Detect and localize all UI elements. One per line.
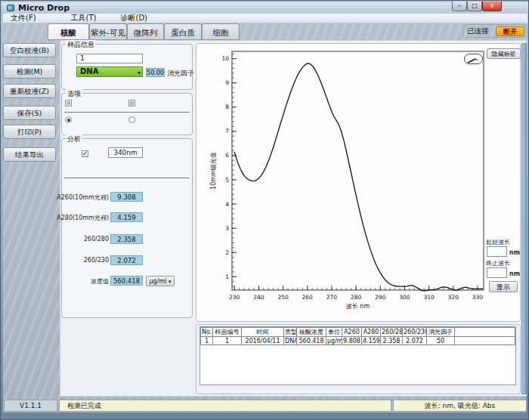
close-button[interactable]: × — [482, 2, 502, 11]
menu-diagnostics[interactable]: 诊断(D) — [113, 13, 155, 23]
annotation-pen-button[interactable] — [464, 54, 483, 64]
concentration-label: 浓度值 — [91, 277, 109, 286]
sample-id-input[interactable]: 1 — [76, 54, 143, 63]
recalibrate-button[interactable]: 重新校准(Z) — [3, 84, 56, 98]
end-wavelength-label: 终止波长 — [486, 259, 510, 267]
tab-protein[interactable]: 蛋白质 — [164, 23, 202, 40]
wavelength-340-input[interactable]: 340nm — [108, 147, 143, 158]
column-header: 类型 — [284, 328, 297, 337]
disconnect-button[interactable]: 断开 — [496, 26, 524, 36]
table-cell: 1 — [201, 337, 213, 345]
ratio-260-230-value: 2.072 — [110, 255, 143, 265]
status-message: 检测已完成 — [59, 400, 391, 412]
vertical-scrollbar[interactable] — [521, 43, 527, 394]
start-wavelength-input[interactable] — [487, 246, 507, 257]
table-cell: 4.159 — [362, 337, 381, 345]
show-range-button[interactable]: 显示 — [489, 281, 518, 292]
column-header: 单位 — [326, 328, 342, 337]
analysis-group-label: 分析 — [66, 134, 82, 144]
svg-text:230: 230 — [229, 294, 240, 301]
svg-text:3: 3 — [225, 225, 229, 232]
wavelength-340-checkbox[interactable] — [82, 150, 88, 157]
svg-text:7: 7 — [225, 128, 229, 134]
svg-text:280: 280 — [351, 294, 362, 301]
svg-text:330: 330 — [472, 294, 484, 301]
sample-type-value: DNA — [80, 67, 98, 76]
minimize-button[interactable]: – — [452, 2, 467, 11]
app-icon — [7, 5, 14, 11]
svg-text:6: 6 — [225, 152, 229, 159]
end-wavelength-unit: nm — [509, 270, 520, 277]
save-button[interactable]: 保存(S) — [3, 106, 56, 120]
svg-text:240: 240 — [253, 294, 264, 301]
ratio-260-280-label: 260/280 — [84, 236, 109, 242]
dropdown-arrow-icon: ▾ — [138, 69, 141, 78]
option-radio-2[interactable] — [128, 116, 135, 123]
tab-microarray[interactable]: 微阵列 — [127, 23, 164, 40]
extinction-factor-value[interactable]: 50.00 — [146, 68, 165, 77]
tab-cell[interactable]: 细胞 — [202, 23, 240, 40]
table-cell: DNA — [284, 337, 297, 345]
menu-tools[interactable]: 工具(T) — [63, 13, 104, 23]
column-header: 260/230 — [403, 328, 427, 337]
concentration-unit-value: μg/ml — [150, 278, 167, 285]
svg-text:1: 1 — [225, 273, 229, 280]
ratio-260-280-value: 2.358 — [110, 234, 143, 244]
svg-text:波长 nm: 波长 nm — [346, 303, 370, 310]
results-panel: No.样品编号时间类型核酸浓度单位A260A280260/280260/230消… — [196, 324, 521, 394]
a260-value: 9.308 — [110, 192, 143, 202]
tab-uv-vis[interactable]: 紫外-可见 — [89, 23, 127, 40]
table-cell: 2.072 — [403, 337, 427, 345]
svg-text:2: 2 — [225, 249, 229, 256]
option-radio-1[interactable] — [65, 116, 72, 123]
a260-label: A260(10mm光程) — [57, 193, 109, 202]
concentration-value: 560.418 — [110, 276, 143, 286]
svg-text:9: 9 — [225, 79, 229, 86]
menubar: 文件(F) 工具(T) 诊断(D) — [3, 14, 527, 23]
annotation-pen-icon — [465, 57, 482, 66]
results-table[interactable]: No.样品编号时间类型核酸浓度单位A260A280260/280260/230消… — [200, 327, 515, 345]
column-header: 样品编号 — [213, 328, 242, 337]
svg-text:260: 260 — [302, 294, 314, 301]
blank-calibration-button[interactable]: 空白校准(B) — [3, 43, 56, 57]
table-row[interactable]: 112016/04/11DNA560.418μg/ml9.8084.1592.3… — [201, 337, 515, 345]
status-readout: 波长: nm, 吸光值: Abs — [393, 400, 527, 412]
table-cell: μg/ml — [326, 337, 342, 345]
scrollbar-thumb[interactable] — [522, 44, 526, 394]
table-cell: 50 — [427, 337, 455, 345]
svg-text:320: 320 — [448, 294, 459, 301]
options-divider — [64, 112, 190, 113]
dropdown-arrow-icon: ▾ — [169, 279, 172, 285]
option-checkbox-1[interactable] — [65, 100, 72, 107]
option-checkbox-2[interactable] — [128, 100, 135, 107]
analysis-divider — [64, 178, 190, 178]
start-wavelength-unit: nm — [509, 249, 520, 256]
results-table-container: No.样品编号时间类型核酸浓度单位A260A280260/280260/230消… — [200, 326, 516, 385]
export-results-button[interactable]: 结果导出 — [3, 147, 56, 162]
maximize-button[interactable]: □ — [467, 2, 482, 11]
sample-type-select[interactable]: DNA ▾ — [76, 66, 143, 77]
menu-file[interactable]: 文件(F) — [3, 13, 44, 23]
column-header: No. — [201, 328, 213, 337]
version-label: V1.1.1 — [4, 400, 57, 412]
svg-text:10mm吸光值: 10mm吸光值 — [210, 152, 217, 190]
svg-text:250: 250 — [277, 294, 289, 301]
svg-text:10: 10 — [221, 55, 229, 62]
table-cell: 1 — [213, 337, 242, 345]
a280-value: 4.159 — [110, 212, 143, 222]
tab-nucleic-acid[interactable]: 核酸 — [48, 23, 89, 40]
column-header: 时间 — [242, 328, 284, 337]
end-wavelength-input[interactable] — [487, 267, 507, 278]
concentration-unit-select[interactable]: μg/ml ▾ — [146, 276, 175, 286]
options-group: 选项 — [61, 93, 193, 135]
table-cell: 2.358 — [381, 337, 403, 345]
print-button[interactable]: 打印(P) — [3, 125, 56, 139]
start-wavelength-label: 起始波长 — [486, 238, 510, 246]
svg-text:8: 8 — [225, 103, 229, 110]
spectrum-panel: 隐藏标签 23024025026027028029030031032033012… — [196, 43, 521, 322]
table-cell: 9.808 — [342, 337, 362, 345]
column-header: 260/280 — [381, 328, 403, 337]
window-title: Micro Drop — [18, 3, 70, 13]
measure-button[interactable]: 检测(M) — [3, 64, 56, 79]
analysis-group: 分析 340nm A260(10mm光程) 9.308 A280(10mm光程)… — [61, 138, 193, 318]
